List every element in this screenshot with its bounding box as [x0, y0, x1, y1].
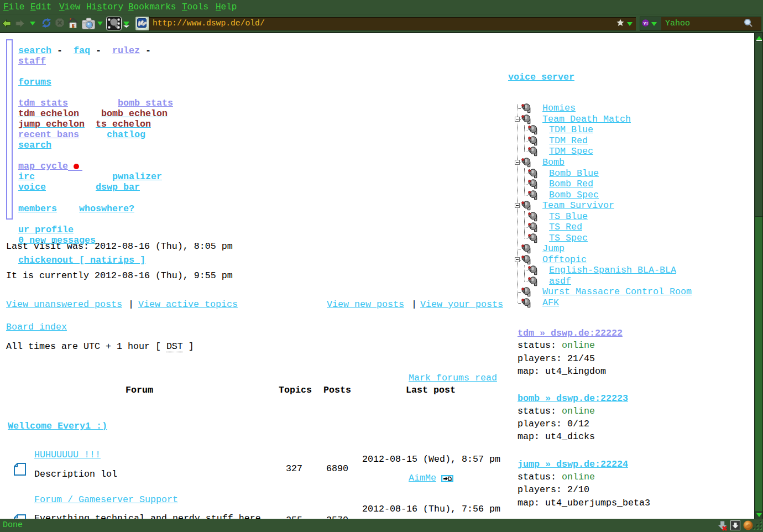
svg-text:Y!: Y!	[644, 21, 648, 26]
